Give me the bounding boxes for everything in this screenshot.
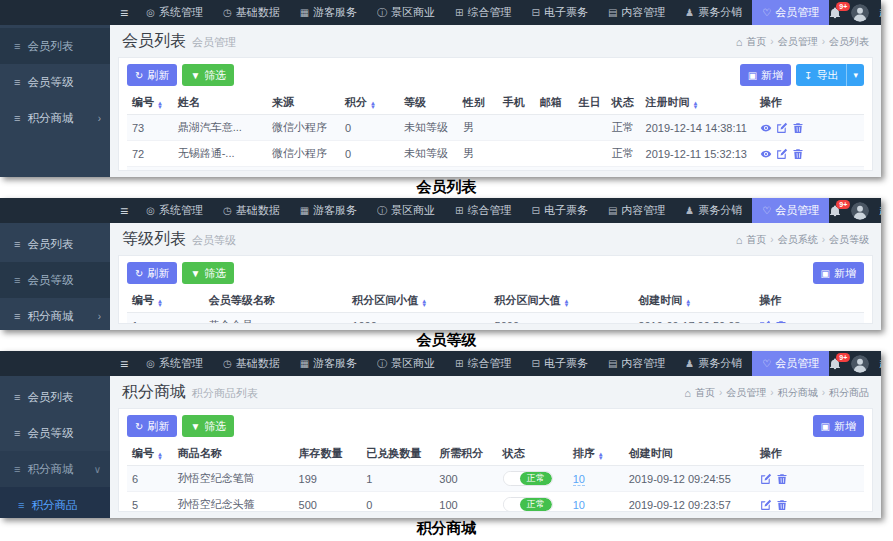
top-nav-item[interactable]: ♡会员管理 — [752, 0, 829, 25]
column-header[interactable]: 积分区间大值▲▼ — [490, 289, 634, 313]
refresh-button[interactable]: ↻刷新 — [127, 262, 177, 284]
hamburger-icon[interactable]: ≡ — [112, 351, 136, 376]
sidebar-item[interactable]: ≡积分商城› — [0, 100, 110, 136]
top-nav-item[interactable]: ♡会员管理 — [752, 198, 829, 223]
sidebar-item[interactable]: ≡会员列表 — [0, 379, 110, 415]
sidebar-item[interactable]: ≡会员列表 — [0, 226, 110, 262]
hamburger-icon[interactable]: ≡ — [112, 0, 136, 25]
add-button[interactable]: ▣新增 — [813, 262, 864, 284]
top-nav-item[interactable]: ⓘ景区商业 — [367, 0, 445, 25]
sort-order-link[interactable]: 10 — [573, 473, 585, 486]
column-header-label: 会员等级名称 — [209, 294, 275, 306]
breadcrumb-item[interactable]: 会员管理 — [778, 35, 818, 49]
delete-icon[interactable] — [792, 122, 804, 134]
bell-icon[interactable]: 9+ — [829, 205, 841, 217]
sidebar-item[interactable]: ≡积分商城› — [0, 298, 110, 330]
delete-icon[interactable] — [792, 148, 804, 160]
bell-icon[interactable]: 9+ — [829, 358, 841, 370]
filter-button[interactable]: ▼筛选 — [182, 262, 234, 284]
top-nav-item[interactable]: ♡会员管理 — [752, 351, 829, 376]
user-menu[interactable]: 超级管理员 ▾ — [879, 5, 881, 20]
column-header[interactable]: 编号▲▼ — [127, 289, 204, 313]
top-nav-item[interactable]: ⓘ景区商业 — [367, 198, 445, 223]
hamburger-icon[interactable]: ≡ — [112, 198, 136, 223]
top-nav-item[interactable]: ▤内容管理 — [598, 0, 675, 25]
edit-icon[interactable] — [759, 320, 771, 324]
top-nav-item[interactable]: ⊟电子票务 — [521, 198, 597, 223]
avatar[interactable] — [851, 355, 869, 373]
sidebar-item[interactable]: ≡会员列表 — [0, 28, 110, 64]
refresh-button[interactable]: ↻刷新 — [127, 64, 177, 86]
column-header[interactable]: 编号▲▼ — [127, 442, 173, 466]
top-nav-item[interactable]: ◎系统管理 — [136, 198, 213, 223]
bell-icon[interactable]: 9+ — [829, 7, 841, 19]
top-nav-item[interactable]: ◷基础数据 — [213, 0, 290, 25]
edit-icon[interactable] — [760, 499, 772, 511]
top-nav-item[interactable]: ◎系统管理 — [136, 351, 213, 376]
top-nav-item[interactable]: ⊞综合管理 — [445, 0, 521, 25]
top-nav-item[interactable]: ▦游客服务 — [290, 351, 367, 376]
top-nav-item[interactable]: ♟票务分销 — [675, 351, 752, 376]
top-nav-item[interactable]: ◷基础数据 — [213, 351, 290, 376]
top-nav-item[interactable]: ⊞综合管理 — [445, 198, 521, 223]
edit-icon[interactable] — [776, 148, 788, 160]
refresh-button[interactable]: ↻刷新 — [127, 415, 177, 437]
sidebar-item[interactable]: ≡会员等级 — [0, 262, 110, 298]
cell: 正常 — [498, 492, 568, 513]
top-nav-item[interactable]: ♟票务分销 — [675, 198, 752, 223]
breadcrumb-item[interactable]: 积分商城 — [778, 386, 818, 400]
filter-button[interactable]: ▼筛选 — [182, 64, 234, 86]
breadcrumb-item[interactable]: 会员列表 — [829, 35, 869, 49]
top-nav-item[interactable]: ⊞综合管理 — [445, 351, 521, 376]
sidebar-item[interactable]: ≡会员等级 — [0, 64, 110, 100]
toggle-knob — [504, 498, 520, 511]
edit-icon[interactable] — [760, 473, 772, 485]
delete-icon[interactable] — [776, 473, 788, 485]
top-nav-item[interactable]: ⓘ景区商业 — [367, 351, 445, 376]
breadcrumb-item[interactable]: 会员系统 — [778, 233, 818, 247]
column-header[interactable]: 编号▲▼ — [127, 91, 173, 115]
sort-order-link[interactable]: 10 — [573, 499, 585, 512]
column-header[interactable]: 排序▲▼ — [568, 442, 624, 466]
breadcrumb-item[interactable]: 首页 — [695, 386, 715, 400]
export-button[interactable]: ↧导出 — [796, 64, 846, 86]
sidebar-item[interactable]: ≡会员等级 — [0, 415, 110, 451]
edit-icon[interactable] — [776, 122, 788, 134]
sidebar-item[interactable]: ≡积分商城∨ — [0, 451, 110, 487]
breadcrumb-item[interactable]: 会员等级 — [829, 233, 869, 247]
status-toggle[interactable]: 正常 — [503, 471, 553, 486]
view-icon[interactable] — [760, 122, 772, 134]
add-button[interactable]: ▣新增 — [813, 415, 864, 437]
top-nav-item[interactable]: ♟票务分销 — [675, 0, 752, 25]
column-header[interactable]: 积分▲▼ — [340, 91, 399, 115]
sidebar-item[interactable]: ≡积分商品 — [0, 487, 110, 518]
top-nav-item[interactable]: ▦游客服务 — [290, 198, 367, 223]
top-nav-item[interactable]: ▤内容管理 — [598, 198, 675, 223]
menu-icon: ≡ — [14, 427, 20, 439]
user-menu[interactable]: 超级管理员 ▾ — [879, 356, 881, 371]
top-nav-item[interactable]: ◎系统管理 — [136, 0, 213, 25]
status-toggle[interactable]: 正常 — [503, 497, 553, 512]
avatar[interactable] — [851, 4, 869, 22]
top-nav-item[interactable]: ⊟电子票务 — [521, 0, 597, 25]
view-icon[interactable] — [760, 148, 772, 160]
add-button[interactable]: ▣新增 — [740, 64, 791, 86]
breadcrumb-item[interactable]: 首页 — [746, 233, 766, 247]
breadcrumb-item[interactable]: 会员管理 — [726, 386, 766, 400]
breadcrumb-item[interactable]: 积分商品 — [829, 386, 869, 400]
delete-icon[interactable] — [775, 320, 787, 324]
column-header[interactable]: 积分区间小值▲▼ — [347, 289, 489, 313]
user-menu[interactable]: 超级管理员 ▾ — [879, 203, 881, 218]
top-nav-item[interactable]: ◷基础数据 — [213, 198, 290, 223]
filter-button[interactable]: ▼筛选 — [182, 415, 234, 437]
top-nav-item[interactable]: ▦游客服务 — [290, 0, 367, 25]
breadcrumb-item[interactable]: 首页 — [746, 35, 766, 49]
column-header[interactable]: 创建时间▲▼ — [633, 289, 754, 313]
delete-icon[interactable] — [776, 499, 788, 511]
page-title: 等级列表 — [122, 230, 186, 247]
avatar[interactable] — [851, 202, 869, 220]
column-header[interactable]: 注册时间▲▼ — [641, 91, 755, 115]
export-button-caret[interactable]: ▾ — [846, 64, 864, 86]
top-nav-item[interactable]: ⊟电子票务 — [521, 351, 597, 376]
top-nav-item[interactable]: ▤内容管理 — [598, 351, 675, 376]
